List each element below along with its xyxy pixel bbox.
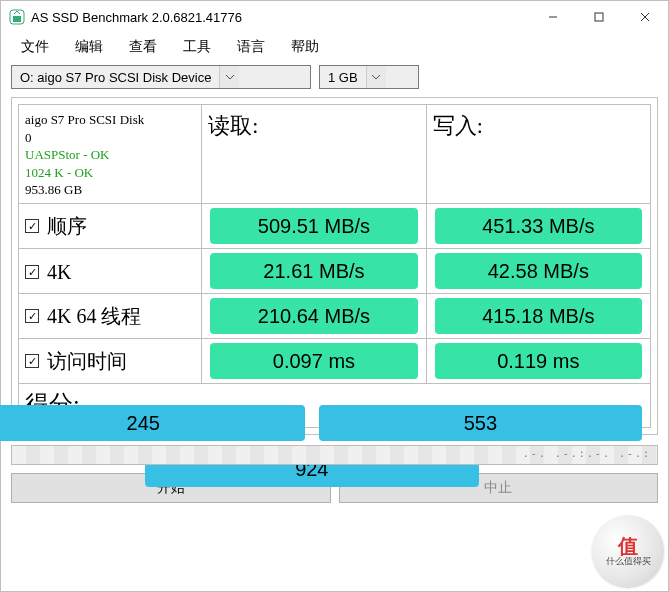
row-4k64-label: ✓ 4K 64 线程 — [19, 293, 202, 338]
checkbox-access[interactable]: ✓ — [25, 354, 39, 368]
menu-help[interactable]: 帮助 — [279, 35, 331, 59]
checkbox-4k64[interactable]: ✓ — [25, 309, 39, 323]
access-read: 0.097 ms — [210, 343, 417, 379]
label-seq: 顺序 — [47, 213, 87, 240]
capacity: 953.86 GB — [25, 181, 195, 199]
row-seq-label: ✓ 顺序 — [19, 203, 202, 248]
score-write: 553 — [319, 405, 642, 441]
size-select[interactable]: 1 GB — [319, 65, 419, 89]
selector-row: O: aigo S7 Pro SCSI Disk Device 1 GB — [1, 61, 668, 93]
minimize-button[interactable] — [530, 1, 576, 33]
label-access: 访问时间 — [47, 348, 127, 375]
device-name: aigo S7 Pro SCSI Disk — [25, 111, 195, 129]
header-read: 读取: — [202, 105, 426, 204]
watermark-badge: 值 什么值得买 — [592, 515, 664, 587]
device-index: 0 — [25, 129, 195, 147]
svg-rect-1 — [13, 16, 21, 22]
results-frame: aigo S7 Pro SCSI Disk 0 UASPStor - OK 10… — [11, 97, 658, 435]
close-button[interactable] — [622, 1, 668, 33]
label-4k: 4K — [47, 261, 71, 284]
row-4k-label: ✓ 4K — [19, 248, 202, 293]
svg-rect-2 — [595, 13, 603, 21]
menubar: 文件 编辑 查看 工具 语言 帮助 — [1, 33, 668, 61]
watermark-glyph: 值 — [618, 535, 638, 557]
window-controls — [530, 1, 668, 33]
chevron-down-icon — [366, 66, 386, 88]
driver-status: UASPStor - OK — [25, 146, 195, 164]
access-write: 0.119 ms — [435, 343, 642, 379]
device-select[interactable]: O: aigo S7 Pro SCSI Disk Device — [11, 65, 311, 89]
app-window: AS SSD Benchmark 2.0.6821.41776 文件 编辑 查看… — [0, 0, 669, 592]
checkbox-seq[interactable]: ✓ — [25, 219, 39, 233]
fourk64-read: 210.64 MB/s — [210, 298, 417, 334]
checkbox-4k[interactable]: ✓ — [25, 265, 39, 279]
seq-write: 451.33 MB/s — [435, 208, 642, 244]
chevron-down-icon — [219, 66, 239, 88]
menu-view[interactable]: 查看 — [117, 35, 169, 59]
fourk-write: 42.58 MB/s — [435, 253, 642, 289]
menu-edit[interactable]: 编辑 — [63, 35, 115, 59]
titlebar: AS SSD Benchmark 2.0.6821.41776 — [1, 1, 668, 33]
row-access-label: ✓ 访问时间 — [19, 338, 202, 383]
maximize-button[interactable] — [576, 1, 622, 33]
size-select-value: 1 GB — [320, 68, 366, 87]
header-write: 写入: — [426, 105, 650, 204]
window-title: AS SSD Benchmark 2.0.6821.41776 — [31, 10, 530, 25]
seq-read: 509.51 MB/s — [210, 208, 417, 244]
score-read: 245 — [0, 405, 305, 441]
progress-bar: .-. .-.:.-. .-.: — [11, 445, 658, 465]
menu-file[interactable]: 文件 — [9, 35, 61, 59]
watermark-text: 什么值得买 — [606, 557, 651, 567]
fourk-read: 21.61 MB/s — [210, 253, 417, 289]
menu-tools[interactable]: 工具 — [171, 35, 223, 59]
device-select-value: O: aigo S7 Pro SCSI Disk Device — [12, 68, 219, 87]
app-icon — [9, 9, 25, 25]
fourk64-write: 415.18 MB/s — [435, 298, 642, 334]
results-table: aigo S7 Pro SCSI Disk 0 UASPStor - OK 10… — [18, 104, 651, 428]
menu-lang[interactable]: 语言 — [225, 35, 277, 59]
label-4k64: 4K 64 线程 — [47, 303, 141, 330]
device-info-cell: aigo S7 Pro SCSI Disk 0 UASPStor - OK 10… — [19, 105, 202, 204]
alignment-status: 1024 K - OK — [25, 164, 195, 182]
progress-ornament: .-. .-.:.-. .-.: — [523, 448, 651, 459]
